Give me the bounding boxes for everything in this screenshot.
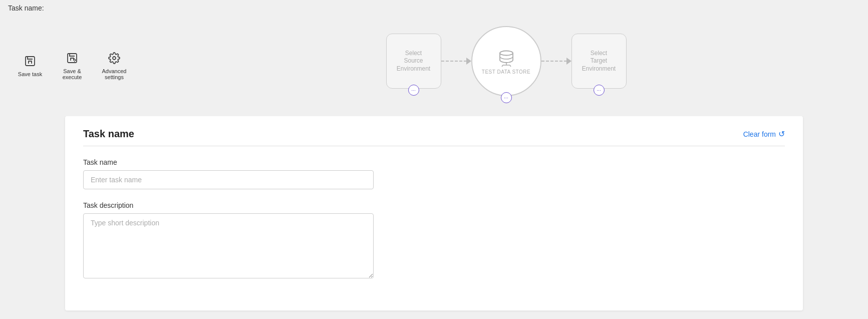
svg-line-7 — [510, 65, 511, 67]
task-name-label: Task name: — [8, 4, 44, 12]
save-execute-label: Save &execute — [63, 68, 82, 80]
advanced-settings-label: Advancedsettings — [102, 68, 127, 80]
target-node-menu-button[interactable]: ··· — [594, 85, 605, 96]
source-node: SelectSourceEnvironment — [386, 34, 441, 89]
save-execute-button[interactable]: Save &execute — [52, 48, 92, 84]
pipeline-area: SelectSourceEnvironment ··· — [144, 21, 868, 111]
target-node: SelectTargetEnvironment — [571, 34, 627, 89]
pipeline-flow: SelectSourceEnvironment ··· — [386, 26, 627, 106]
clear-form-button[interactable]: Clear form ↺ — [743, 129, 785, 139]
svg-line-6 — [502, 65, 503, 67]
connector-line-1 — [441, 61, 467, 62]
top-bar: Task name: — [0, 0, 868, 16]
form-panel-header: Task name Clear form ↺ — [83, 128, 785, 146]
task-description-field: Task description — [83, 201, 374, 280]
advanced-settings-button[interactable]: Advancedsettings — [94, 48, 134, 84]
task-name-field: Task name — [83, 158, 374, 189]
target-node-label: SelectTargetEnvironment — [582, 50, 616, 73]
task-description-field-label: Task description — [83, 201, 374, 209]
target-node-container: SelectTargetEnvironment ··· — [571, 34, 627, 89]
center-node-container: TEST DATA STORE ··· — [471, 26, 541, 96]
save-task-icon — [24, 55, 36, 69]
source-node-label: SelectSourceEnvironment — [397, 50, 430, 73]
source-node-container: SelectSourceEnvironment ··· — [386, 34, 441, 89]
database-icon — [497, 48, 516, 67]
svg-point-3 — [500, 51, 513, 55]
svg-point-2 — [113, 57, 116, 60]
task-description-input[interactable] — [83, 213, 374, 278]
gear-icon — [108, 52, 120, 66]
connector-line-2 — [541, 61, 567, 62]
form-panel-title: Task name — [83, 128, 134, 140]
save-execute-icon — [66, 52, 78, 66]
refresh-icon: ↺ — [778, 129, 785, 139]
center-node: TEST DATA STORE — [471, 26, 541, 96]
center-node-menu-button[interactable]: ··· — [501, 92, 512, 103]
task-name-field-label: Task name — [83, 158, 374, 166]
form-panel: Task name Clear form ↺ Task name Task de… — [65, 116, 803, 310]
source-node-menu-button[interactable]: ··· — [408, 85, 419, 96]
save-task-label: Save task — [18, 71, 42, 77]
connector-arrow-2 — [566, 58, 571, 65]
connector-1 — [441, 58, 471, 65]
toolbar: Save task Save &execute Adva — [0, 48, 144, 84]
center-node-label: TEST DATA STORE — [482, 69, 530, 75]
connector-arrow-1 — [466, 58, 471, 65]
clear-form-label: Clear form — [743, 130, 776, 138]
toolbar-pipeline-row: Save task Save &execute Adva — [0, 16, 868, 116]
save-task-button[interactable]: Save task — [10, 51, 50, 81]
task-name-input[interactable] — [83, 170, 374, 189]
connector-2 — [541, 58, 571, 65]
